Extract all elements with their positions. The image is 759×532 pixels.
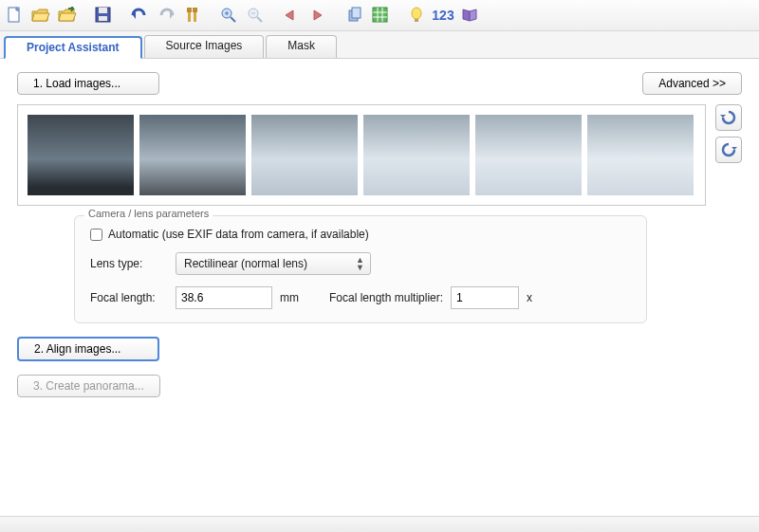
automatic-checkbox[interactable]	[90, 229, 102, 241]
multiplier-input[interactable]	[451, 286, 519, 309]
arrow-left-icon[interactable]	[281, 5, 302, 26]
arrow-right-icon[interactable]	[307, 5, 328, 26]
recent-folder-icon[interactable]	[57, 5, 78, 26]
new-file-icon[interactable]	[4, 5, 25, 26]
tab-source-images[interactable]: Source Images	[144, 35, 265, 58]
create-panorama-button[interactable]: 3. Create panorama...	[17, 375, 160, 397]
svg-rect-17	[373, 8, 387, 22]
undo-icon[interactable]	[129, 5, 150, 26]
tab-bar: Project Assistant Source Images Mask	[0, 31, 759, 59]
thumbnail[interactable]	[475, 115, 582, 195]
numbers-icon[interactable]: 123	[433, 5, 454, 26]
camera-group-title: Camera / lens parameters	[84, 208, 213, 219]
svg-rect-7	[193, 8, 197, 12]
lens-type-select[interactable]: Rectilinear (normal lens) ▲▼	[176, 252, 371, 275]
svg-rect-6	[187, 8, 192, 12]
svg-line-13	[257, 17, 262, 22]
zoom-in-icon[interactable]	[218, 5, 239, 26]
redo-icon[interactable]	[156, 5, 176, 26]
tab-project-assistant[interactable]: Project Assistant	[4, 36, 142, 59]
tools-icon[interactable]	[182, 5, 203, 26]
svg-rect-16	[352, 8, 361, 18]
rotate-cw-icon[interactable]	[715, 137, 742, 163]
zoom-out-icon[interactable]	[245, 5, 266, 26]
x-label: x	[527, 291, 532, 304]
svg-rect-2	[99, 8, 107, 13]
mm-label: mm	[280, 291, 299, 304]
thumbnail[interactable]	[28, 115, 134, 195]
multi-page-icon[interactable]	[343, 5, 364, 26]
svg-point-22	[412, 8, 421, 19]
panel-project-assistant: 1. Load images... Advanced >> Camera / l…	[0, 59, 759, 407]
main-toolbar: 123	[0, 0, 759, 31]
status-bar	[0, 516, 759, 532]
thumbnail[interactable]	[363, 115, 470, 195]
open-folder-icon[interactable]	[30, 5, 51, 26]
rotate-ccw-icon[interactable]	[715, 104, 742, 131]
focal-length-input[interactable]	[176, 286, 272, 309]
advanced-button[interactable]: Advanced >>	[642, 72, 742, 95]
thumbnail[interactable]	[251, 115, 358, 195]
thumbnail[interactable]	[139, 115, 246, 195]
tab-mask[interactable]: Mask	[266, 35, 337, 58]
svg-rect-23	[415, 19, 418, 22]
align-images-button[interactable]: 2. Align images...	[17, 337, 159, 361]
camera-lens-group: Camera / lens parameters Automatic (use …	[74, 215, 647, 323]
chevron-updown-icon: ▲▼	[356, 256, 364, 271]
lens-type-value: Rectilinear (normal lens)	[184, 257, 307, 270]
load-images-button[interactable]: 1. Load images...	[17, 72, 159, 95]
multiplier-label: Focal length multiplier:	[329, 291, 443, 304]
focal-length-label: Focal length:	[90, 291, 176, 304]
svg-line-9	[231, 17, 235, 22]
lightbulb-icon[interactable]	[406, 5, 427, 26]
book-icon[interactable]	[459, 5, 480, 26]
automatic-label: Automatic (use EXIF data from camera, if…	[108, 228, 369, 241]
lens-type-label: Lens type:	[90, 257, 176, 270]
grid-icon[interactable]	[370, 5, 391, 26]
thumbnail-strip	[17, 104, 706, 206]
svg-rect-3	[99, 16, 107, 21]
save-icon[interactable]	[93, 5, 114, 26]
thumbnail[interactable]	[587, 115, 694, 195]
